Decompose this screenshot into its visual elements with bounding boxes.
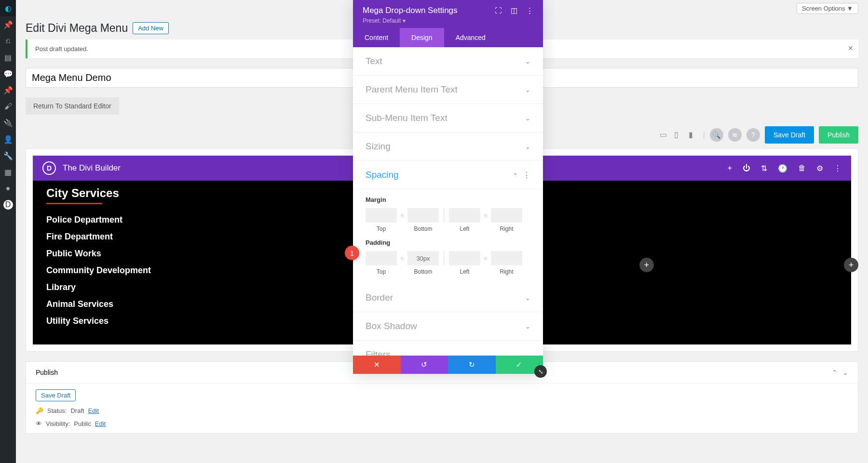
visibility-row: 👁 Visibility: Public Edit bbox=[36, 420, 848, 427]
search-icon[interactable]: 🔍 bbox=[710, 128, 723, 142]
link-icon[interactable]: ⎋ bbox=[480, 251, 491, 265]
margin-left-input[interactable] bbox=[449, 208, 480, 223]
callout-badge-1: 1 bbox=[345, 246, 359, 260]
theme-icon[interactable]: ● bbox=[0, 180, 16, 197]
preset-label[interactable]: Preset: Default ▾ bbox=[363, 17, 533, 24]
plugins-icon[interactable]: 🔌 bbox=[0, 115, 16, 131]
pin-icon[interactable]: 📌 bbox=[0, 16, 16, 33]
settings-icon[interactable]: ▦ bbox=[0, 164, 16, 180]
split-icon[interactable]: ◫ bbox=[511, 6, 517, 15]
accordion-boxshadow[interactable]: Box Shadow⌄ bbox=[353, 312, 543, 341]
accordion-spacing[interactable]: Spacing ⌃⋮ bbox=[353, 161, 543, 189]
return-standard-editor-button[interactable]: Return To Standard Editor bbox=[26, 97, 119, 115]
modal-footer: ✕ ↺ ↻ ✓ bbox=[353, 356, 543, 374]
media-icon[interactable]: ⎌ bbox=[0, 33, 16, 49]
link-icon[interactable]: ⎋ bbox=[397, 251, 407, 265]
modal-tabs: Content Design Advanced bbox=[353, 28, 543, 47]
modal-body: Text⌄ Parent Menu Item Text⌄ Sub-Menu It… bbox=[353, 47, 543, 356]
accordion-submenu-text[interactable]: Sub-Menu Item Text⌄ bbox=[353, 104, 543, 132]
publish-panel-title: Publish bbox=[36, 369, 58, 376]
add-icon[interactable]: + bbox=[728, 164, 732, 172]
trash-icon[interactable]: 🗑 bbox=[798, 164, 806, 172]
layers-icon[interactable]: ≋ bbox=[728, 128, 742, 142]
padding-right-input[interactable] bbox=[491, 251, 522, 265]
resize-handle-icon[interactable]: ⤡ bbox=[534, 365, 547, 378]
screen-options-toggle[interactable]: Screen Options ▼ bbox=[797, 3, 858, 14]
tools-icon[interactable]: 🔧 bbox=[0, 147, 16, 164]
divi-icon[interactable]: D bbox=[3, 200, 13, 210]
modal-title: Mega Drop-down Settings bbox=[363, 6, 458, 15]
notice-text: Post draft updated. bbox=[35, 45, 88, 53]
add-module-icon[interactable]: + bbox=[639, 258, 654, 272]
redo-button[interactable]: ↻ bbox=[448, 356, 496, 374]
desktop-icon[interactable]: ▭ bbox=[660, 130, 669, 140]
spacing-more-icon: ⋮ bbox=[523, 171, 530, 179]
wp-admin-sidebar: ◐ 📌 ⎌ ▤ 💬 📌 🖌 🔌 👤 🔧 ▦ ● D bbox=[0, 0, 16, 434]
edit-status-link[interactable]: Edit bbox=[88, 407, 99, 414]
save-draft-button[interactable]: Save Draft bbox=[765, 126, 814, 144]
edit-visibility-link[interactable]: Edit bbox=[95, 420, 106, 427]
divi-builder-title: The Divi Builder bbox=[63, 163, 121, 173]
settings-modal: Mega Drop-down Settings ⛶ ◫ ⋮ Preset: De… bbox=[353, 0, 543, 374]
tab-content[interactable]: Content bbox=[353, 28, 400, 47]
panel-down-icon[interactable]: ⌄ bbox=[842, 369, 848, 376]
panel-up-icon[interactable]: ⌃ bbox=[832, 369, 838, 376]
brush-icon[interactable]: 🖌 bbox=[0, 98, 16, 115]
focus-icon[interactable]: ⛶ bbox=[495, 6, 502, 15]
save-draft-small-button[interactable]: Save Draft bbox=[36, 389, 76, 401]
link-icon[interactable]: ⎋ bbox=[480, 208, 491, 223]
dashboard-icon[interactable]: ◐ bbox=[0, 0, 16, 16]
heading-underline bbox=[46, 203, 102, 204]
more-icon[interactable]: ⋮ bbox=[834, 164, 841, 173]
pin2-icon[interactable]: 📌 bbox=[0, 82, 16, 98]
status-row: 🔑 Status: Draft Edit bbox=[36, 407, 848, 414]
users-icon[interactable]: 👤 bbox=[0, 131, 16, 147]
margin-inputs: ⎋ ⎋ bbox=[366, 208, 530, 223]
power-icon[interactable]: ⏻ bbox=[743, 164, 750, 172]
publish-panel-body: Save Draft 🔑 Status: Draft Edit 👁 Visibi… bbox=[26, 384, 858, 433]
modal-header: Mega Drop-down Settings ⛶ ◫ ⋮ Preset: De… bbox=[353, 0, 543, 28]
accordion-border[interactable]: Border⌄ bbox=[353, 284, 543, 312]
margin-label: Margin bbox=[366, 196, 530, 203]
help-icon[interactable]: ? bbox=[746, 128, 760, 142]
divi-logo-icon: D bbox=[42, 161, 56, 175]
notice-dismiss-icon[interactable]: ✕ bbox=[848, 44, 854, 52]
eye-icon: 👁 bbox=[36, 420, 42, 427]
accordion-text[interactable]: Text⌄ bbox=[353, 47, 543, 76]
key-icon: 🔑 bbox=[36, 407, 43, 414]
history-icon[interactable]: 🕐 bbox=[778, 164, 787, 173]
accordion-filters[interactable]: Filters⌄ bbox=[353, 341, 543, 356]
modal-more-icon[interactable]: ⋮ bbox=[526, 6, 533, 15]
tab-advanced[interactable]: Advanced bbox=[444, 28, 497, 47]
accordion-sizing[interactable]: Sizing⌄ bbox=[353, 132, 543, 161]
publish-button[interactable]: Publish bbox=[819, 126, 858, 144]
sort-icon[interactable]: ⇅ bbox=[761, 164, 767, 173]
margin-right-input[interactable] bbox=[491, 208, 522, 223]
tablet-icon[interactable]: ▯ bbox=[674, 130, 684, 140]
padding-bottom-input[interactable] bbox=[407, 251, 439, 265]
phone-icon[interactable]: ▮ bbox=[689, 130, 698, 140]
undo-button[interactable]: ↺ bbox=[401, 356, 448, 374]
page-title: Edit Divi Mega Menu bbox=[26, 22, 128, 35]
padding-inputs: ⎋ ⎋ bbox=[366, 251, 530, 265]
margin-top-input[interactable] bbox=[366, 208, 397, 223]
accordion-parent-text[interactable]: Parent Menu Item Text⌄ bbox=[353, 76, 543, 104]
cancel-button[interactable]: ✕ bbox=[353, 356, 401, 374]
spacing-body: Margin ⎋ ⎋ Top Bottom Left bbox=[353, 196, 543, 284]
pages-icon[interactable]: ▤ bbox=[0, 49, 16, 66]
link-icon[interactable]: ⎋ bbox=[397, 208, 407, 223]
margin-bottom-input[interactable] bbox=[407, 208, 439, 223]
builder-header-icons: + ⏻ ⇅ 🕐 🗑 ⚙ ⋮ bbox=[728, 164, 841, 173]
padding-left-input[interactable] bbox=[449, 251, 480, 265]
padding-top-input[interactable] bbox=[366, 251, 397, 265]
tab-design[interactable]: Design bbox=[400, 28, 444, 47]
comments-icon[interactable]: 💬 bbox=[0, 66, 16, 82]
padding-label: Padding bbox=[366, 239, 530, 246]
add-new-button[interactable]: Add New bbox=[133, 22, 169, 34]
gear-icon[interactable]: ⚙ bbox=[816, 164, 823, 173]
